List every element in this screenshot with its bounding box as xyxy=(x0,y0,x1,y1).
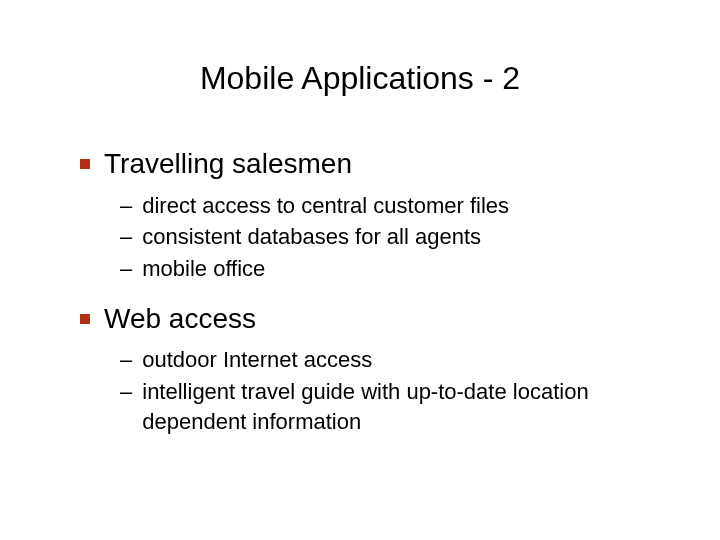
bullet-square-icon xyxy=(80,314,90,324)
section-web-access: Web access – outdoor Internet access – i… xyxy=(80,302,660,437)
bullet-square-icon xyxy=(80,159,90,169)
slide-title: Mobile Applications - 2 xyxy=(60,60,660,97)
dash-icon: – xyxy=(120,222,132,252)
subitem-list: – direct access to central customer file… xyxy=(120,191,660,284)
list-item: – mobile office xyxy=(120,254,660,284)
list-item-text: mobile office xyxy=(142,254,660,284)
dash-icon: – xyxy=(120,345,132,375)
list-item-text: outdoor Internet access xyxy=(142,345,660,375)
list-item-text: consistent databases for all agents xyxy=(142,222,660,252)
list-item: – intelligent travel guide with up-to-da… xyxy=(120,377,660,436)
dash-icon: – xyxy=(120,191,132,221)
list-item: – consistent databases for all agents xyxy=(120,222,660,252)
section-header: Web access xyxy=(80,302,660,336)
subitem-list: – outdoor Internet access – intelligent … xyxy=(120,345,660,436)
section-travelling-salesmen: Travelling salesmen – direct access to c… xyxy=(80,147,660,284)
slide: Mobile Applications - 2 Travelling sales… xyxy=(0,0,720,540)
list-item-text: intelligent travel guide with up-to-date… xyxy=(142,377,660,436)
list-item: – direct access to central customer file… xyxy=(120,191,660,221)
section-heading: Travelling salesmen xyxy=(104,147,352,181)
dash-icon: – xyxy=(120,254,132,284)
list-item-text: direct access to central customer files xyxy=(142,191,660,221)
list-item: – outdoor Internet access xyxy=(120,345,660,375)
section-header: Travelling salesmen xyxy=(80,147,660,181)
dash-icon: – xyxy=(120,377,132,407)
section-heading: Web access xyxy=(104,302,256,336)
